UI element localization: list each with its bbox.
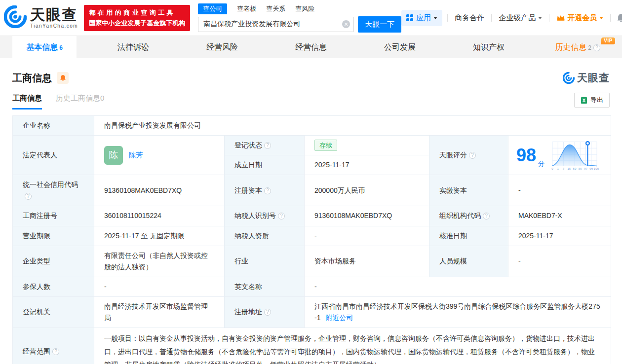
table-row: 营业期限 2025-11-17 至 无固定期限 纳税人资质 - 核准日期 202… bbox=[13, 226, 611, 246]
reg-capital-value: 200000万人民币 bbox=[305, 175, 429, 206]
nav-apps[interactable]: 应用 bbox=[401, 10, 442, 26]
notification-bell-icon[interactable] bbox=[611, 13, 622, 23]
field-label: 纳税人资质 bbox=[225, 226, 305, 246]
watermark-text: 天眼查 bbox=[577, 71, 610, 85]
table-row: 登记机关 南昌经济技术开发区市场监督管理局 注册地址 江西省南昌市南昌经济技术开… bbox=[13, 296, 611, 328]
subtab-history-business-info[interactable]: 历史工商信息0 bbox=[56, 94, 104, 109]
search-input[interactable] bbox=[198, 17, 354, 32]
tab-intellectual-property[interactable]: 知识产权 bbox=[444, 36, 533, 58]
field-label: 注册地址 bbox=[225, 296, 305, 328]
score-distribution-chart: 0 1 3 15 50 85 97 99 100 bbox=[550, 140, 599, 171]
field-label: 法定代表人 bbox=[13, 136, 94, 175]
nav-apps-label: 应用 bbox=[416, 13, 431, 23]
table-row: 工商注册号 360108110015224 纳税人识别号 91360108MAK… bbox=[13, 206, 611, 226]
tianyancha-swirl-icon bbox=[563, 72, 575, 84]
field-label: 成立日期 bbox=[225, 155, 305, 175]
search-tab-relation[interactable]: 查关系 bbox=[266, 3, 285, 14]
help-icon[interactable] bbox=[264, 187, 271, 194]
approve-date-value: 2025-11-17 bbox=[508, 226, 611, 246]
credit-code-value: 91360108MAK0EBD7XQ bbox=[94, 175, 225, 206]
nav-open-vip[interactable]: 开通会员 bbox=[549, 13, 610, 23]
svg-text:15: 15 bbox=[567, 167, 571, 170]
nav-business-cooperation[interactable]: 商务合作 bbox=[448, 13, 491, 23]
address-cell: 江西省南昌市南昌经济技术开发区保税大街399号南昌综合保税区综合服务区监管服务大… bbox=[305, 296, 611, 328]
promo-banner: 都在用的商业查询工具 国家中小企业发展子基金旗下机构 bbox=[84, 5, 190, 31]
subtab-count: 0 bbox=[100, 94, 104, 102]
apps-grid-icon bbox=[406, 14, 413, 21]
nav-enterprise-label: 企业级产品 bbox=[499, 13, 536, 23]
field-label: 企业类型 bbox=[13, 246, 94, 277]
field-label: 参保人数 bbox=[13, 277, 94, 296]
field-label: 注册资本 bbox=[225, 175, 305, 206]
field-label: 组织机构代码 bbox=[429, 206, 508, 226]
field-label: 登记机关 bbox=[13, 296, 94, 328]
brand-domain: TianYanCha.com bbox=[30, 24, 78, 29]
search-button[interactable]: 天眼一下 bbox=[358, 16, 401, 33]
help-icon[interactable] bbox=[593, 44, 600, 51]
table-row: 参保人数 - 英文名称 - bbox=[13, 277, 611, 296]
search-type-tabs: 查公司 查老板 查关系 查风险 bbox=[198, 3, 401, 14]
legal-rep-link[interactable]: 陈芳 bbox=[129, 149, 143, 161]
score-unit: 分 bbox=[538, 158, 544, 169]
svg-text:X: X bbox=[583, 98, 586, 103]
table-row: 经营范围 一般项目：以自有资金从事投资活动，自有资金投资的资产管理服务，企业管理… bbox=[13, 328, 611, 364]
tab-count: 2 bbox=[588, 44, 591, 51]
search-tab-boss[interactable]: 查老板 bbox=[237, 3, 256, 14]
svg-text:3: 3 bbox=[563, 167, 565, 170]
monitor-bell-icon[interactable] bbox=[57, 72, 69, 84]
help-icon[interactable] bbox=[264, 309, 271, 316]
chevron-down-icon bbox=[433, 17, 437, 19]
svg-text:97: 97 bbox=[584, 167, 587, 170]
search-tab-risk[interactable]: 查风险 bbox=[295, 3, 314, 14]
tab-operation-info[interactable]: 经营信息 bbox=[267, 36, 355, 58]
clear-search-icon[interactable] bbox=[342, 20, 350, 28]
tab-operation-risk[interactable]: 经营风险 bbox=[178, 36, 267, 58]
score-cell[interactable]: 98 分 bbox=[508, 136, 611, 175]
crown-icon bbox=[556, 14, 565, 22]
promo-line2: 国家中小企业发展子基金旗下机构 bbox=[89, 19, 185, 28]
registry-value: 南昌经济技术开发区市场监督管理局 bbox=[94, 296, 225, 328]
tab-basic-info[interactable]: 基本信息6 bbox=[0, 36, 89, 58]
tab-history-info[interactable]: 历史信息2 VIP bbox=[533, 36, 622, 58]
taxpayer-quality-value: - bbox=[305, 226, 429, 246]
field-label: 行业 bbox=[225, 246, 305, 277]
status-badge: 存续 bbox=[314, 140, 337, 151]
reg-status-value: 存续 bbox=[305, 136, 429, 155]
help-icon[interactable] bbox=[25, 193, 32, 200]
tab-company-development[interactable]: 公司发展 bbox=[355, 36, 444, 58]
org-code-value: MAK0EBD7-X bbox=[508, 206, 611, 226]
nearby-companies-link[interactable]: 附近公司 bbox=[325, 314, 353, 322]
search-tab-company[interactable]: 查公司 bbox=[198, 3, 227, 14]
chevron-down-icon bbox=[599, 17, 603, 19]
field-label: 经营范围 bbox=[13, 328, 94, 364]
help-icon[interactable] bbox=[264, 142, 271, 149]
field-label: 核准日期 bbox=[429, 226, 508, 246]
table-row: 企业类型 有限责任公司（非自然人投资或控股的法人独资） 行业 资本市场服务 人员… bbox=[13, 246, 611, 277]
help-icon[interactable] bbox=[52, 348, 59, 355]
tianyancha-logo[interactable]: 天眼查 TianYanCha.com bbox=[4, 5, 78, 30]
field-label: 天眼评分 bbox=[429, 136, 508, 175]
help-icon[interactable] bbox=[469, 152, 476, 159]
brand-name: 天眼查 bbox=[30, 7, 78, 22]
legal-rep-cell: 陈 陈芳 bbox=[94, 136, 225, 175]
taxpayer-id-value: 91360108MAK0EBD7XQ bbox=[305, 206, 429, 226]
subtab-business-info[interactable]: 工商信息 bbox=[12, 94, 42, 109]
term-value: 2025-11-17 至 无固定期限 bbox=[94, 226, 225, 246]
svg-text:50: 50 bbox=[573, 167, 577, 170]
top-header: 天眼查 TianYanCha.com 都在用的商业查询工具 国家中小企业发展子基… bbox=[0, 0, 622, 36]
table-row: 企业名称 南昌保税产业投资发展有限公司 bbox=[13, 116, 611, 136]
help-icon[interactable] bbox=[278, 213, 285, 219]
section-title: 工商信息 bbox=[12, 72, 52, 85]
tab-legal-proceedings[interactable]: 法律诉讼 bbox=[89, 36, 178, 58]
svg-text:99: 99 bbox=[589, 167, 593, 170]
field-label: 工商注册号 bbox=[13, 206, 94, 226]
export-label: 导出 bbox=[590, 96, 603, 105]
reg-number-value: 360108110015224 bbox=[94, 206, 225, 226]
insured-value: - bbox=[94, 277, 225, 296]
business-info-section: 工商信息 天眼查 工商信息 历史工商信息0 X 导出 bbox=[0, 58, 622, 364]
field-label: 营业期限 bbox=[13, 226, 94, 246]
avatar[interactable]: 陈 bbox=[104, 146, 123, 165]
nav-enterprise-products[interactable]: 企业级产品 bbox=[492, 13, 549, 23]
export-button[interactable]: X 导出 bbox=[574, 93, 610, 108]
help-icon[interactable] bbox=[483, 213, 490, 219]
